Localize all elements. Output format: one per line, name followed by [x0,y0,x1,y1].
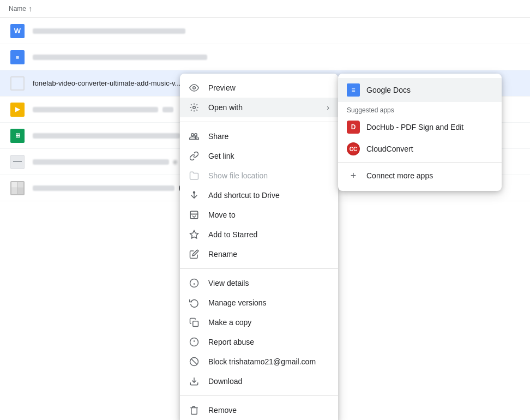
menu-item-label: View details [208,279,329,287]
link-icon [189,151,200,161]
copy-icon [189,317,200,328]
info-icon [189,278,200,289]
menu-item-move-to[interactable]: Move to [180,205,338,225]
menu-item-show-file-location: Show file location [180,166,338,185]
download-icon [189,376,200,387]
file-icon: ≡ [9,49,26,66]
star-icon [189,229,200,240]
file-name-blurred [33,133,180,139]
list-header: Name ↑ [0,0,530,18]
report-icon [189,337,200,347]
menu-item-add-shortcut[interactable]: Add shortcut to Drive [180,185,338,205]
svg-rect-7 [193,321,198,327]
menu-item-label: Share [208,132,329,141]
plus-icon: + [347,169,360,182]
svg-point-0 [193,87,196,89]
sort-arrow-icon: ↑ [28,4,32,13]
menu-item-make-copy[interactable]: Make a copy [180,313,338,332]
file-icon: W [9,22,26,40]
menu-divider [180,122,338,122]
menu-item-manage-versions[interactable]: Manage versions [180,293,338,313]
file-name-blurred [33,185,174,191]
submenu-item-google-docs[interactable]: ≡ Google Docs [338,78,502,102]
file-icon: ▶ [9,101,26,118]
doc-icon: ≡ [10,50,25,64]
submenu-google-docs-label: Google Docs [366,86,411,94]
file-name-blurred [33,159,169,165]
menu-item-add-starred[interactable]: Add to Starred [180,225,338,244]
menu-divider [180,395,338,396]
menu-item-label: Add to Starred [208,230,329,239]
dochub-label: DocHub - PDF Sign and Edit [366,123,463,131]
dochub-icon: D [347,121,360,134]
submenu-connect-more-apps[interactable]: + Connect more apps [338,165,502,187]
file-name-blurred [33,28,185,34]
file-icon [9,153,26,171]
menu-item-open-with[interactable]: Open with › [180,98,338,117]
menu-divider [180,268,338,269]
menu-item-label: Move to [208,211,329,219]
context-menu: Preview Open with › Share Get link Show … [180,74,338,420]
menu-item-label: Get link [208,152,329,160]
menu-item-label: Manage versions [208,298,329,307]
extra-info-blurred [162,107,173,112]
menu-item-report-abuse[interactable]: Report abuse [180,332,338,352]
menu-item-remove[interactable]: Remove [180,400,338,420]
block-icon [189,356,200,367]
connect-apps-label: Connect more apps [366,171,433,180]
menu-item-label: Make a copy [208,318,329,327]
menu-item-label: Download [208,377,329,386]
submenu-divider [338,162,502,163]
file-row[interactable]: ≡ [0,44,530,70]
submenu-item-dochub[interactable]: D DocHub - PDF Sign and Edit [338,116,502,138]
slides-icon: ▶ [10,103,25,117]
chevron-right-icon: › [327,103,329,112]
image-grid-icon [10,181,25,195]
svg-point-1 [193,106,196,109]
file-icon [9,75,26,92]
file-thumbnail-icon [10,155,25,169]
menu-item-label: Block trishatamo21@gmail.com [208,357,329,366]
word-icon: W [10,24,25,38]
menu-item-share[interactable]: Share [180,127,338,146]
submenu-item-cloudconvert[interactable]: CC CloudConvert [338,138,502,160]
cloudconvert-label: CloudConvert [366,145,413,153]
suggested-apps-label: Suggested apps [338,102,502,116]
menu-item-label: Show file location [208,171,329,180]
menu-item-label: Rename [208,250,329,259]
cloudconvert-icon: CC [347,142,360,155]
menu-item-download[interactable]: Download [180,371,338,391]
menu-item-block[interactable]: Block trishatamo21@gmail.com [180,352,338,371]
file-icon [9,179,26,197]
selected-file-name: fonelab-video-converter-ultimate-add-mus… [33,79,180,87]
name-label: Name [9,5,26,13]
menu-item-label: Add shortcut to Drive [208,191,329,200]
extra-blurred: e [173,158,177,166]
menu-item-label: Remove [208,406,329,415]
shortcut-icon [189,190,200,201]
menu-item-view-details[interactable]: View details [180,273,338,293]
svg-marker-3 [190,231,198,238]
svg-line-12 [191,359,197,365]
folder-icon [189,170,200,181]
menu-item-label: Open with [208,103,318,112]
trash-icon [189,405,200,416]
menu-item-label: Report abuse [208,338,329,346]
share-icon [189,131,200,142]
sheet-icon: ⊞ [10,129,25,143]
menu-item-label: Preview [208,83,329,92]
move-icon [189,209,200,220]
menu-item-get-link[interactable]: Get link [180,146,338,166]
versions-icon [189,297,200,308]
file-icon: ⊞ [9,127,26,145]
rename-icon [189,249,200,260]
menu-item-preview[interactable]: Preview [180,78,338,98]
file-name-blurred [33,107,158,112]
name-column-header[interactable]: Name ↑ [9,4,32,13]
google-docs-icon: ≡ [347,83,360,97]
file-name-blurred [33,55,207,60]
svg-point-2 [194,191,195,193]
menu-item-rename[interactable]: Rename [180,244,338,264]
file-row[interactable]: W [0,18,530,44]
generic-icon [10,76,25,91]
